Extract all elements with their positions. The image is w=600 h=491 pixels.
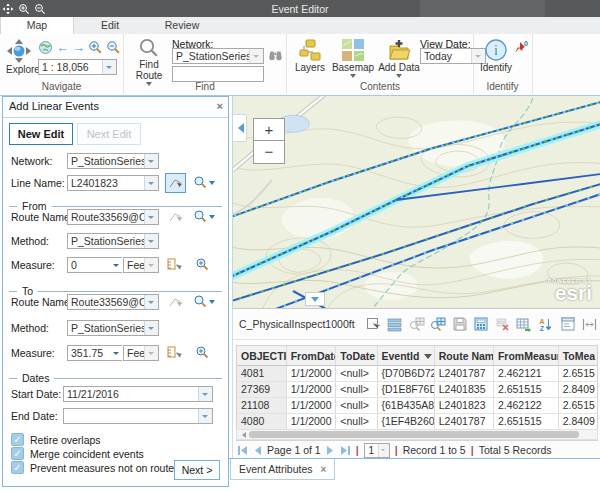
line-zoom-button[interactable]: [193, 175, 215, 189]
basemap-dropdown-arrow[interactable]: [350, 74, 356, 81]
from-unit-combo[interactable]: Feet: [123, 257, 159, 273]
to-measure-combo[interactable]: 351.75: [67, 345, 122, 361]
network-ribbon-combo[interactable]: P_StationSeries: [172, 48, 264, 64]
start-date-dropdown-arrow[interactable]: [198, 387, 212, 401]
fit-columns-icon[interactable]: [578, 314, 600, 334]
network-dropdown-arrow[interactable]: [144, 154, 158, 168]
end-date-combo[interactable]: [63, 408, 213, 424]
retire-overlaps-checkbox[interactable]: [11, 433, 24, 446]
scale-combo[interactable]: 1 : 18,056: [38, 59, 117, 75]
sort-icon[interactable]: AZ: [535, 314, 557, 334]
tab-map[interactable]: Map: [0, 17, 74, 34]
zoom-out-tool-icon[interactable]: [106, 40, 121, 55]
network-combo[interactable]: P_StationSeries: [67, 153, 159, 169]
col-header-routename[interactable]: Route Name: [435, 346, 494, 365]
map-view[interactable]: + − POWERED BY esri: [232, 96, 600, 308]
collapse-panel-button[interactable]: [233, 114, 247, 142]
zoom-to-features-icon[interactable]: [427, 314, 449, 334]
prev-page-button[interactable]: [253, 445, 262, 456]
to-route-name-combo[interactable]: Route33569@Cent: [67, 294, 159, 310]
to-route-zoom-button[interactable]: [193, 294, 215, 308]
map-zoom-out-button[interactable]: −: [254, 141, 284, 163]
new-edit-button[interactable]: New Edit: [9, 123, 73, 145]
next-button[interactable]: Next >: [174, 460, 220, 480]
to-measure-zoom-button[interactable]: [195, 345, 209, 359]
to-measure-dropdown-arrow[interactable]: [113, 346, 122, 360]
to-method-combo[interactable]: P_StationSeries: [67, 320, 159, 336]
select-features-icon[interactable]: [363, 314, 385, 334]
scale-dropdown-arrow[interactable]: [102, 60, 116, 74]
binoculars-icon[interactable]: [268, 48, 283, 62]
append-events-icon[interactable]: [514, 314, 536, 334]
from-route-zoom-button[interactable]: [193, 209, 215, 223]
from-select-route-button[interactable]: [165, 207, 186, 227]
route-search-input[interactable]: [172, 66, 264, 82]
from-measure-dropdown-arrow[interactable]: [113, 258, 122, 272]
attribute-window-icon[interactable]: [557, 314, 579, 334]
show-selected-records-icon[interactable]: [384, 314, 406, 334]
identify-button[interactable]: i Identify: [479, 38, 513, 73]
next-extent-icon[interactable]: →: [72, 41, 85, 54]
panel-close-icon[interactable]: ×: [217, 100, 223, 112]
field-calculator-icon[interactable]: [470, 314, 492, 334]
table-row[interactable]: 27369 1/1/2000 <null> {D1E8F76D-F L24018…: [237, 382, 597, 398]
from-route-dropdown-arrow[interactable]: [144, 210, 158, 224]
explore-button[interactable]: Explore: [6, 38, 36, 75]
zoom-to-selected-icon[interactable]: [406, 314, 428, 334]
next-page-button[interactable]: [326, 445, 335, 456]
page-number-combo[interactable]: 1: [364, 443, 390, 458]
basemap-button[interactable]: Basemap: [331, 38, 375, 81]
map-zoom-in-button[interactable]: +: [254, 119, 284, 141]
start-date-combo[interactable]: 11/21/2016: [63, 386, 213, 402]
select-route-icon: [169, 295, 183, 309]
tab-review[interactable]: Review: [146, 17, 218, 34]
layers-button[interactable]: Layers: [291, 38, 329, 73]
full-extent-icon[interactable]: [38, 40, 53, 55]
collapse-table-button[interactable]: [305, 292, 325, 306]
tab-event-attributes[interactable]: Event Attributes ×: [230, 459, 335, 480]
zoom-in-icon[interactable]: [16, 0, 32, 17]
table-horizontal-scrollbar[interactable]: [236, 429, 598, 440]
col-header-todate[interactable]: ToDate: [336, 346, 377, 365]
to-measure-on-map-button[interactable]: [167, 345, 182, 360]
end-date-dropdown-arrow[interactable]: [198, 409, 212, 423]
to-select-route-button[interactable]: [165, 292, 186, 312]
col-header-tomeasure[interactable]: ToMea: [559, 346, 597, 365]
prevent-measures-checkbox[interactable]: [11, 461, 24, 474]
next-edit-button[interactable]: Next Edit: [77, 123, 141, 145]
table-row[interactable]: 4080 1/1/2000 <null> {1EF4B260-F L240178…: [237, 414, 597, 430]
merge-coincident-checkbox[interactable]: [11, 447, 24, 460]
table-row[interactable]: 21108 1/1/2000 <null> {61B435A8-3 L24018…: [237, 398, 597, 414]
from-measure-zoom-button[interactable]: [195, 257, 209, 271]
from-measure-on-map-button[interactable]: [167, 257, 182, 272]
from-method-combo[interactable]: P_StationSeries: [67, 233, 159, 249]
pan-icon[interactable]: [0, 0, 16, 17]
tab-edit[interactable]: Edit: [74, 17, 146, 34]
from-measure-combo[interactable]: 0: [67, 257, 122, 273]
col-header-fromdate[interactable]: FromDate: [287, 346, 337, 365]
col-header-objectid[interactable]: OBJECTID: [237, 346, 287, 365]
save-edits-icon[interactable]: [449, 314, 471, 334]
to-route-dropdown-arrow[interactable]: [144, 295, 158, 309]
col-header-eventid[interactable]: EventId: [378, 346, 435, 365]
line-name-combo[interactable]: L2401823: [67, 175, 159, 191]
add-data-button[interactable]: Add Data: [377, 38, 421, 81]
scrollbar-thumb[interactable]: [249, 431, 579, 438]
first-page-button[interactable]: [237, 445, 248, 456]
from-method-dropdown-arrow[interactable]: [144, 234, 158, 248]
table-row[interactable]: 4081 1/1/2000 <null> {D70B6D72-3 L240178…: [237, 366, 597, 382]
col-header-frommeasure[interactable]: FromMeasure: [494, 346, 559, 365]
delete-records-icon[interactable]: [492, 314, 514, 334]
tab-close-icon[interactable]: ×: [321, 464, 327, 475]
zoom-in-tool-icon[interactable]: [88, 40, 103, 55]
line-name-dropdown-arrow[interactable]: [144, 176, 158, 190]
select-line-on-map-button[interactable]: [165, 173, 186, 193]
pin-events-button[interactable]: 0: [513, 40, 530, 57]
last-page-button[interactable]: [340, 445, 351, 456]
previous-extent-icon[interactable]: ←: [56, 41, 69, 54]
zoom-out-icon[interactable]: [32, 0, 48, 17]
add-data-dropdown-arrow[interactable]: [396, 74, 402, 81]
from-route-name-combo[interactable]: Route33569@Cent: [67, 209, 159, 225]
to-unit-combo[interactable]: Feet: [123, 345, 159, 361]
to-method-dropdown-arrow[interactable]: [144, 321, 158, 335]
